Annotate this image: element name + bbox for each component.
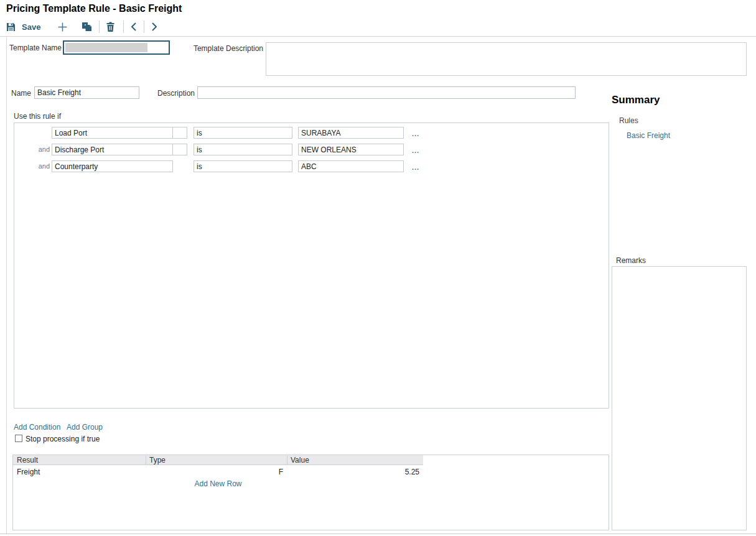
value-cell: 5.25	[287, 468, 419, 476]
conjunction-label: and	[33, 162, 50, 170]
save-button[interactable]: Save	[6, 22, 40, 32]
chevron-right-icon[interactable]	[150, 22, 159, 32]
condition-value-input[interactable]: SURABAYA	[298, 127, 404, 139]
condition-more-button[interactable]: ...	[412, 164, 419, 171]
use-this-rule-if-label: Use this rule if	[14, 112, 61, 121]
plus-icon[interactable]	[57, 22, 68, 32]
template-name-input[interactable]	[63, 40, 170, 55]
condition-value-input[interactable]: NEW ORLEANS	[298, 144, 404, 155]
stop-processing-checkbox[interactable]	[15, 435, 22, 442]
conditions-panel: Load Port is SURABAYA ... and Discharge …	[14, 122, 609, 409]
toolbar-separator	[144, 21, 144, 33]
toolbar-separator	[123, 21, 124, 33]
column-separator	[146, 456, 146, 464]
results-table-header: Result Type Value	[13, 455, 423, 465]
add-new-row-link[interactable]: Add New Row	[13, 479, 423, 488]
condition-operator-input[interactable]: is	[194, 144, 292, 155]
template-name-label: Template Name	[0, 44, 62, 52]
rule-name-label: Name	[0, 89, 31, 98]
condition-row: and Discharge Port is NEW ORLEANS ...	[14, 144, 609, 155]
condition-row: and Counterparty is ABC ...	[14, 160, 609, 172]
condition-field-lookup-box[interactable]	[172, 127, 187, 139]
results-panel: Result Type Value Freight F 5.25 Add New…	[12, 455, 609, 530]
rule-description-label: Description	[124, 89, 195, 98]
remarks-input[interactable]	[612, 266, 747, 530]
save-button-label: Save	[22, 22, 40, 32]
column-header-result: Result	[17, 456, 38, 464]
template-name-selection	[65, 43, 147, 52]
condition-operator-input[interactable]: is	[194, 160, 292, 172]
rule-name-input[interactable]: Basic Freight	[34, 86, 139, 99]
result-cell: Freight	[17, 468, 40, 476]
save-icon	[6, 22, 16, 32]
condition-field-input[interactable]: Counterparty	[52, 160, 173, 172]
condition-value-input[interactable]: ABC	[298, 160, 404, 172]
toolbar: Save	[6, 19, 159, 35]
pricing-template-rule-window: Pricing Template Rule - Basic Freight Sa…	[0, 0, 756, 536]
condition-more-button[interactable]: ...	[412, 130, 419, 137]
toolbar-separator	[99, 21, 100, 33]
stop-processing-label: Stop processing if true	[26, 435, 100, 443]
summary-heading: Summary	[612, 94, 660, 106]
template-description-label: Template Description	[187, 44, 263, 53]
column-header-value: Value	[291, 456, 309, 464]
template-description-input[interactable]	[266, 42, 747, 76]
content-panel-border	[6, 37, 7, 534]
condition-field-input[interactable]: Load Port	[52, 127, 173, 139]
trash-icon[interactable]	[106, 22, 115, 32]
remarks-label: Remarks	[616, 256, 646, 265]
add-group-link[interactable]: Add Group	[67, 423, 103, 432]
add-condition-link[interactable]: Add Condition	[14, 423, 60, 432]
summary-rule-link[interactable]: Basic Freight	[627, 131, 670, 140]
type-cell: F	[146, 468, 283, 476]
column-separator	[287, 456, 287, 464]
toolbar-divider	[0, 36, 756, 37]
chevron-left-icon[interactable]	[129, 22, 138, 32]
table-row[interactable]: Freight F 5.25	[13, 468, 423, 478]
condition-operator-input[interactable]: is	[194, 127, 292, 139]
page-title: Pricing Template Rule - Basic Freight	[6, 3, 182, 14]
conjunction-label: and	[33, 146, 50, 153]
condition-row: Load Port is SURABAYA ...	[14, 127, 609, 139]
condition-more-button[interactable]: ...	[412, 147, 419, 154]
rules-label: Rules	[619, 116, 638, 125]
rule-description-input[interactable]	[197, 86, 576, 99]
condition-field-lookup-box[interactable]	[172, 144, 187, 155]
bottom-divider	[0, 534, 756, 534]
copy-icon[interactable]	[82, 22, 92, 32]
column-header-type: Type	[149, 456, 166, 464]
condition-field-input[interactable]: Discharge Port	[52, 144, 173, 155]
